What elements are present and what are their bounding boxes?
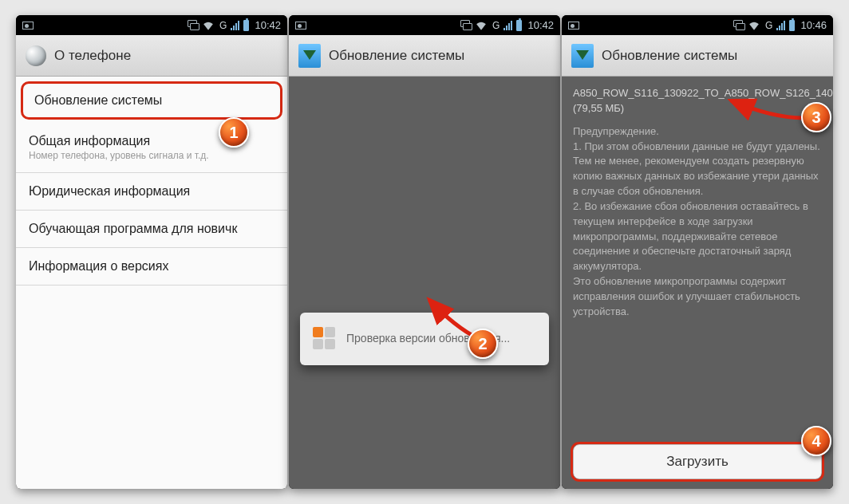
loading-icon [313,327,335,349]
status-bar: G 10:42 [16,15,287,35]
callout-badge-3: 3 [801,102,831,132]
warning-text-1: 1. При этом обновлении данные не будут у… [573,140,822,199]
list-item-tutorial[interactable]: Обучающая программа для новичк [16,211,287,248]
page-title: Обновление системы [602,48,737,64]
list-item-label: Юридическая информация [29,184,274,199]
download-button-label: Загрузить [666,454,729,470]
battery-icon [789,20,795,31]
wifi-icon [203,21,214,30]
wifi-icon [748,21,760,30]
clock-label: 10:42 [255,19,281,31]
callout-arrow-3 [725,94,812,137]
list-item-system-update[interactable]: Обновление системы [21,81,282,120]
status-bar: G 10:42 [289,15,560,35]
about-phone-icon [26,45,46,66]
phone-screenshot-2: G 10:42 Обновление системы Проверка верс… [289,15,560,489]
update-check-body: Проверка версии обновления... [289,77,560,489]
action-bar: Обновление системы [289,35,560,77]
sim-swap-icon [188,20,199,31]
network-type-label: G [492,20,500,31]
warning-text-2: 2. Во избежание сбоя обновления оставайт… [573,199,822,274]
phone-screenshot-3: G 10:46 Обновление системы A850_ROW_S116… [562,15,833,489]
signal-icon [231,21,239,30]
network-type-label: G [765,20,772,31]
update-details-body: A850_ROW_S116_130922_TO_A850_ROW_S126_14… [562,77,833,489]
gallery-icon [568,22,579,30]
download-button[interactable]: Загрузить [573,444,822,479]
sim-swap-icon [733,20,744,31]
network-type-label: G [219,20,227,31]
battery-icon [516,20,522,31]
action-bar: О телефоне [16,35,287,77]
gallery-icon [22,22,34,30]
list-item-label: Информация о версиях [29,259,274,274]
callout-badge-2: 2 [468,329,498,359]
wifi-icon [476,21,487,30]
warning-text-3: Это обновление микропрограммы содержит и… [573,274,822,320]
clock-label: 10:42 [527,19,554,31]
callout-badge-4: 4 [801,426,831,456]
battery-icon [243,20,249,31]
list-item-sublabel: Номер телефона, уровень сигнала и т.д. [29,150,274,161]
page-title: О телефоне [54,48,131,64]
signal-icon [776,21,785,30]
list-item-label: Обучающая программа для новичк [29,222,274,236]
list-item-version-info[interactable]: Информация о версиях [16,248,287,285]
callout-badge-1: 1 [219,117,249,148]
gallery-icon [295,22,306,30]
phone-screenshot-1: G 10:42 О телефоне Обновление системы Об… [16,15,287,489]
page-title: Обновление системы [329,48,464,64]
status-bar: G 10:46 [562,15,833,35]
system-update-icon [571,44,594,68]
list-item-legal-info[interactable]: Юридическая информация [16,173,287,211]
action-bar: Обновление системы [562,35,833,77]
system-update-icon [298,44,321,68]
signal-icon [503,21,512,30]
list-item-label: Обновление системы [34,93,269,108]
sim-swap-icon [460,20,472,31]
clock-label: 10:46 [800,19,827,31]
